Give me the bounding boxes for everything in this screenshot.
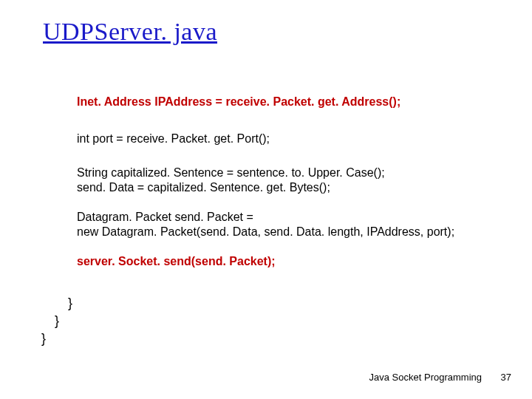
close-brace-inner: } — [68, 296, 72, 311]
code-text: int port = receive. Packet. get. Port(); — [77, 132, 270, 145]
code-line-get-port: int port = receive. Packet. get. Port(); — [77, 132, 270, 146]
code-text: Inet. Address IPAddress = receive. Packe… — [77, 95, 400, 108]
code-line-send: server. Socket. send(send. Packet); — [77, 254, 276, 269]
code-line-get-address: Inet. Address IPAddress = receive. Packe… — [77, 95, 400, 109]
code-text: server. Socket. send(send. Packet); — [77, 255, 276, 267]
slide: UDPServer. java Inet. Address IPAddress … — [0, 0, 532, 399]
code-text: new Datagram. Packet(send. Data, send. D… — [77, 225, 454, 239]
code-text: String capitalized. Sentence = sentence.… — [77, 166, 385, 180]
slide-title: UDPServer. java — [43, 18, 217, 46]
page-number: 37 — [501, 372, 511, 383]
close-brace-outer: } — [41, 331, 46, 347]
code-line-datagram-packet: Datagram. Packet send. Packet = new Data… — [77, 210, 454, 239]
code-line-capitalize: String capitalized. Sentence = sentence.… — [77, 166, 385, 195]
footer-text: Java Socket Programming — [369, 372, 482, 383]
close-brace-middle: } — [55, 313, 59, 329]
code-text: Datagram. Packet send. Packet = — [77, 210, 454, 225]
code-text: send. Data = capitalized. Sentence. get.… — [77, 180, 385, 195]
